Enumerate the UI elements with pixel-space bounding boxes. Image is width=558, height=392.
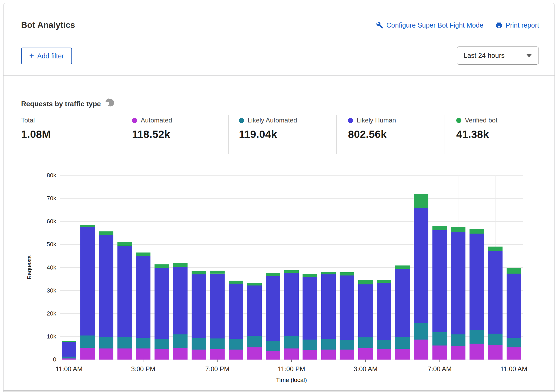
- bar-segment-likely-human: [210, 274, 225, 338]
- stat-total[interactable]: Total 1.08M: [21, 117, 51, 140]
- bar-segment-verified-bot: [80, 225, 95, 227]
- bar-segment-likely-human: [99, 235, 113, 337]
- bar-8-00-am[interactable]: [451, 175, 465, 360]
- stat-verified-bot-value: 41.38k: [456, 128, 497, 140]
- header-actions: Configure Super Bot Fight Mode Print rep…: [376, 21, 539, 29]
- bar-segment-likely-human: [321, 274, 336, 339]
- stat-likely-automated-label: Likely Automated: [248, 117, 297, 124]
- bar-1-00-pm[interactable]: [99, 175, 113, 360]
- bar-segment-automated: [432, 346, 447, 360]
- bar-segment-likely-human: [488, 251, 503, 334]
- y-axis-labels: 010k20k30k40k50k60k70k80k: [28, 175, 56, 360]
- bar-10-00-am[interactable]: [488, 175, 503, 360]
- bar-11-00-pm[interactable]: [284, 175, 299, 360]
- y-tick-label: 60k: [28, 218, 56, 225]
- bar-2-00-pm[interactable]: [117, 175, 132, 360]
- bar-7-00-pm[interactable]: [210, 175, 225, 360]
- bar-segment-likely-automated: [414, 323, 428, 340]
- print-report-link[interactable]: Print report: [495, 21, 539, 29]
- bar-segment-verified-bot: [303, 274, 317, 277]
- bar-segment-automated: [507, 347, 521, 360]
- stat-automated[interactable]: Automated 118.52k: [132, 117, 172, 140]
- bar-segment-likely-automated: [321, 339, 336, 349]
- bar-segment-automated: [80, 348, 95, 360]
- y-tick-label: 0: [28, 356, 56, 363]
- time-range-select[interactable]: Last 24 hours: [457, 46, 539, 65]
- bar-3-00-pm[interactable]: [136, 175, 150, 360]
- stat-divider: [228, 115, 229, 154]
- bar-3-00-am[interactable]: [358, 175, 373, 360]
- x-tick-mark: [365, 360, 366, 362]
- bar-10-00-pm[interactable]: [266, 175, 280, 360]
- wrench-icon: [376, 22, 383, 29]
- stat-likely-automated[interactable]: Likely Automated 119.04k: [239, 117, 297, 140]
- bar-segment-likely-automated: [470, 330, 484, 344]
- bar-segment-likely-automated: [229, 339, 243, 350]
- bar-segment-automated: [395, 349, 410, 360]
- x-tick-label: 11:00 PM: [262, 365, 321, 373]
- stat-verified-bot[interactable]: Verified bot 41.38k: [456, 117, 497, 140]
- stat-automated-label: Automated: [141, 117, 172, 124]
- bar-5-00-pm[interactable]: [173, 175, 188, 360]
- bar-12-00-am[interactable]: [303, 175, 317, 360]
- y-tick-label: 70k: [28, 195, 56, 202]
- bar-9-00-am[interactable]: [470, 175, 484, 360]
- bar-6-00-pm[interactable]: [192, 175, 206, 360]
- bar-segment-verified-bot: [247, 283, 262, 285]
- likely-human-legend-dot: [348, 118, 353, 123]
- likely-automated-legend-dot: [239, 118, 244, 123]
- plot-area: [60, 175, 523, 360]
- configure-super-bot-fight-mode-link[interactable]: Configure Super Bot Fight Mode: [376, 21, 484, 29]
- bar-5-00-am[interactable]: [395, 175, 410, 360]
- bar-segment-likely-human: [303, 277, 317, 340]
- bar-segment-likely-human: [62, 342, 76, 356]
- bar-1-00-am[interactable]: [321, 175, 336, 360]
- stat-total-value: 1.08M: [21, 128, 51, 140]
- bar-7-00-am[interactable]: [432, 175, 447, 360]
- bar-2-00-am[interactable]: [340, 175, 354, 360]
- bar-segment-likely-automated: [303, 340, 317, 350]
- bar-4-00-pm[interactable]: [155, 175, 169, 360]
- configure-link-label: Configure Super Bot Fight Mode: [386, 21, 484, 29]
- bar-segment-likely-human: [358, 284, 373, 338]
- bar-segment-automated: [451, 346, 465, 360]
- bar-segment-verified-bot: [377, 280, 391, 283]
- bar-11-00-am[interactable]: [62, 175, 76, 360]
- bar-segment-likely-automated: [395, 337, 410, 349]
- bar-segment-verified-bot: [99, 231, 113, 235]
- stat-verified-bot-label: Verified bot: [465, 117, 497, 124]
- stat-likely-human[interactable]: Likely Human 802.56k: [348, 117, 396, 140]
- bar-segment-verified-bot: [507, 268, 521, 273]
- bar-12-00-pm[interactable]: [80, 175, 95, 360]
- bar-segment-verified-bot: [321, 272, 336, 274]
- bar-segment-automated: [155, 349, 169, 360]
- stat-likely-human-label: Likely Human: [357, 117, 396, 124]
- bar-4-00-am[interactable]: [377, 175, 391, 360]
- add-filter-button[interactable]: + Add filter: [21, 48, 72, 64]
- plus-icon: +: [29, 52, 34, 60]
- bar-segment-automated: [117, 348, 132, 360]
- bar-segment-likely-human: [229, 284, 243, 339]
- section-title-label: Requests by traffic type: [21, 100, 101, 108]
- bar-segment-likely-automated: [266, 341, 280, 351]
- bar-segment-likely-human: [80, 227, 95, 335]
- bar-segment-verified-bot: [358, 280, 373, 284]
- chevron-down-icon: [526, 54, 532, 57]
- bar-segment-likely-human: [377, 283, 391, 341]
- bar-9-00-pm[interactable]: [247, 175, 262, 360]
- bar-segment-verified-bot: [266, 273, 280, 276]
- bar-segment-likely-automated: [62, 357, 76, 358]
- x-axis-title: Time (local): [60, 377, 523, 384]
- bar-segment-verified-bot: [229, 281, 243, 284]
- x-tick-label: 7:00 PM: [188, 365, 247, 373]
- bar-segment-verified-bot: [395, 265, 410, 269]
- stat-divider: [336, 115, 337, 154]
- stat-divider: [445, 115, 445, 154]
- bar-segment-likely-human: [192, 274, 206, 338]
- bar-11-00-am[interactable]: [507, 175, 521, 360]
- bar-6-00-am[interactable]: [414, 175, 428, 360]
- bar-segment-verified-bot: [451, 227, 465, 232]
- bar-segment-verified-bot: [470, 229, 484, 234]
- bar-8-00-pm[interactable]: [229, 175, 243, 360]
- bar-segment-likely-automated: [451, 334, 465, 346]
